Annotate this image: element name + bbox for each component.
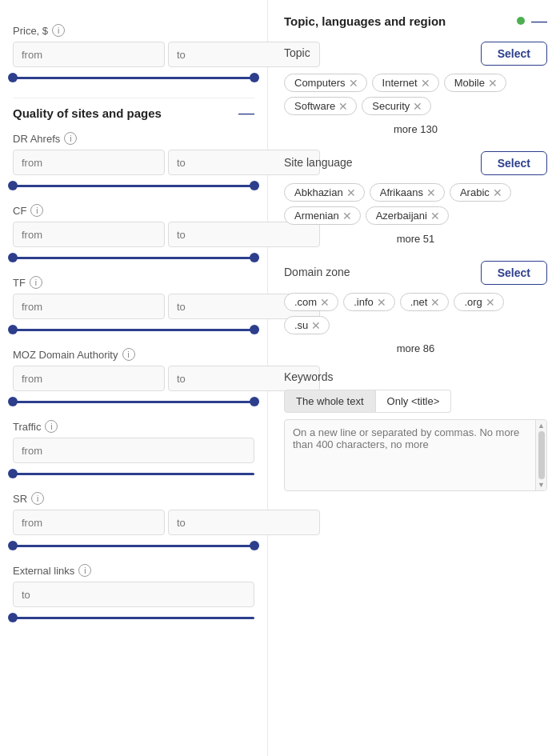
keyword-tab-title[interactable]: Only <title> bbox=[376, 390, 452, 413]
topic-select-button[interactable]: Select bbox=[481, 42, 547, 66]
site-language-tag-azerbaijani: Azerbaijani ✕ bbox=[366, 206, 449, 225]
tf-info-icon[interactable]: i bbox=[30, 276, 42, 289]
divider-1 bbox=[13, 98, 254, 98]
domain-zone-tag-info-close[interactable]: ✕ bbox=[377, 297, 386, 308]
sr-input-row bbox=[13, 510, 254, 535]
moz-slider-thumb-left[interactable] bbox=[8, 397, 18, 406]
domain-zone-tag-org-label: .org bbox=[464, 296, 482, 308]
domain-zone-tag-su-close[interactable]: ✕ bbox=[311, 320, 321, 331]
topic-tag-software: Software ✕ bbox=[284, 97, 357, 115]
price-info-icon[interactable]: i bbox=[52, 24, 65, 37]
right-header-controls: — bbox=[517, 13, 547, 29]
tf-slider-thumb-left[interactable] bbox=[8, 325, 18, 334]
scroll-down-arrow[interactable]: ▼ bbox=[538, 481, 546, 489]
domain-zone-tag-su: .su ✕ bbox=[284, 316, 330, 334]
traffic-slider-thumb-left[interactable] bbox=[8, 469, 18, 478]
price-from-input[interactable] bbox=[13, 42, 165, 67]
domain-zone-more-label[interactable]: more 86 bbox=[284, 342, 547, 354]
site-language-tag-abkhazian-close[interactable]: ✕ bbox=[346, 187, 356, 198]
external-links-slider-thumb-left[interactable] bbox=[8, 613, 18, 622]
active-dot bbox=[517, 17, 525, 25]
moz-input-row bbox=[13, 366, 254, 391]
dr-ahrefs-slider-thumb-right[interactable] bbox=[250, 181, 259, 190]
site-language-tag-azerbaijani-close[interactable]: ✕ bbox=[430, 210, 440, 222]
scroll-up-arrow[interactable]: ▲ bbox=[538, 422, 546, 430]
dr-ahrefs-from-input[interactable] bbox=[13, 150, 165, 175]
moz-from-input[interactable] bbox=[13, 366, 165, 391]
traffic-info-icon[interactable]: i bbox=[45, 420, 58, 433]
site-language-more-label[interactable]: more 51 bbox=[284, 233, 547, 245]
price-slider-thumb-right[interactable] bbox=[250, 73, 259, 82]
topic-tag-security: Security ✕ bbox=[362, 97, 431, 115]
site-language-tag-abkhazian-label: Abkhazian bbox=[294, 186, 343, 198]
sr-slider-thumb-left[interactable] bbox=[8, 541, 18, 550]
topic-more-label[interactable]: more 130 bbox=[284, 123, 547, 135]
dr-ahrefs-slider-thumb-left[interactable] bbox=[8, 181, 18, 190]
right-collapse-btn[interactable]: — bbox=[531, 13, 547, 29]
keyword-scrollbar: ▲ ▼ bbox=[535, 420, 546, 490]
tf-slider-thumb-right[interactable] bbox=[250, 325, 259, 334]
cf-slider-thumb-right[interactable] bbox=[250, 253, 259, 262]
dr-ahrefs-info-icon[interactable]: i bbox=[64, 132, 77, 145]
dr-ahrefs-input-row bbox=[13, 150, 254, 175]
domain-zone-tag-com-close[interactable]: ✕ bbox=[320, 297, 330, 308]
site-language-tag-afrikaans-close[interactable]: ✕ bbox=[426, 187, 436, 198]
traffic-from-input[interactable] bbox=[13, 438, 254, 463]
topic-tag-internet-close[interactable]: ✕ bbox=[421, 78, 430, 89]
site-language-label: Site language bbox=[284, 151, 353, 169]
site-language-tag-armenian: Armenian ✕ bbox=[284, 206, 361, 225]
sr-info-icon[interactable]: i bbox=[31, 492, 44, 505]
site-language-tag-azerbaijani-label: Azerbaijani bbox=[376, 210, 427, 222]
external-links-to-input[interactable] bbox=[13, 582, 254, 607]
quality-collapse-btn[interactable]: — bbox=[238, 105, 254, 121]
site-language-tag-arabic-close[interactable]: ✕ bbox=[493, 187, 502, 198]
traffic-label-text: Traffic bbox=[13, 421, 41, 433]
topic-tags-area: Computers ✕ Internet ✕ Mobile ✕ Software… bbox=[284, 74, 547, 135]
cf-slider-thumb-left[interactable] bbox=[8, 253, 18, 262]
price-section: Price, $ i bbox=[13, 24, 254, 85]
cf-from-input[interactable] bbox=[13, 222, 165, 247]
site-language-tag-armenian-label: Armenian bbox=[294, 210, 339, 222]
cf-info-icon[interactable]: i bbox=[30, 204, 43, 217]
keyword-textarea[interactable] bbox=[285, 420, 534, 490]
domain-zone-tag-net-label: .net bbox=[410, 296, 428, 308]
topic-section: Topic Select Computers ✕ Internet ✕ Mobi… bbox=[284, 42, 547, 135]
site-language-select-button[interactable]: Select bbox=[481, 151, 547, 175]
topic-tag-mobile-close[interactable]: ✕ bbox=[488, 78, 498, 89]
domain-zone-tag-info-label: .info bbox=[354, 296, 374, 308]
external-links-info-icon[interactable]: i bbox=[78, 564, 91, 577]
moz-label-text: MOZ Domain Authority bbox=[13, 349, 118, 361]
moz-info-icon[interactable]: i bbox=[122, 348, 135, 361]
sr-slider-thumb-right[interactable] bbox=[250, 541, 259, 550]
domain-zone-tag-net-close[interactable]: ✕ bbox=[430, 297, 440, 308]
external-links-label: External links i bbox=[13, 564, 254, 577]
quality-section-header: Quality of sites and pages — bbox=[13, 105, 254, 121]
topic-tag-security-close[interactable]: ✕ bbox=[413, 101, 422, 112]
price-label-text: Price, $ bbox=[13, 25, 48, 37]
domain-zone-tag-org-close[interactable]: ✕ bbox=[486, 297, 495, 308]
price-input-row bbox=[13, 42, 254, 67]
tf-from-input[interactable] bbox=[13, 294, 165, 319]
keyword-tab-whole-text[interactable]: The whole text bbox=[284, 390, 376, 413]
topic-filter-row: Topic Select bbox=[284, 42, 547, 66]
domain-zone-select-button[interactable]: Select bbox=[481, 261, 547, 285]
topic-tag-computers-close[interactable]: ✕ bbox=[349, 78, 358, 89]
traffic-label: Traffic i bbox=[13, 420, 254, 433]
price-slider bbox=[13, 70, 254, 85]
moz-slider bbox=[13, 394, 254, 409]
domain-zone-tags-area: .com ✕ .info ✕ .net ✕ .org ✕ .su ✕ more … bbox=[284, 293, 547, 354]
keyword-textarea-wrapper: ▲ ▼ bbox=[284, 419, 547, 491]
sr-from-input[interactable] bbox=[13, 510, 165, 535]
topic-tag-mobile: Mobile ✕ bbox=[444, 74, 506, 92]
site-language-tag-abkhazian: Abkhazian ✕ bbox=[284, 183, 365, 202]
topic-tag-software-label: Software bbox=[294, 100, 335, 112]
domain-zone-tag-info: .info ✕ bbox=[343, 293, 395, 311]
dr-ahrefs-label-text: DR Ahrefs bbox=[13, 133, 60, 145]
price-slider-thumb-left[interactable] bbox=[8, 73, 18, 82]
external-links-label-text: External links bbox=[13, 565, 74, 577]
sr-slider bbox=[13, 538, 254, 553]
site-language-tag-armenian-close[interactable]: ✕ bbox=[342, 210, 352, 222]
domain-zone-label: Domain zone bbox=[284, 261, 350, 278]
moz-slider-thumb-right[interactable] bbox=[250, 397, 259, 406]
topic-tag-software-close[interactable]: ✕ bbox=[338, 101, 348, 112]
